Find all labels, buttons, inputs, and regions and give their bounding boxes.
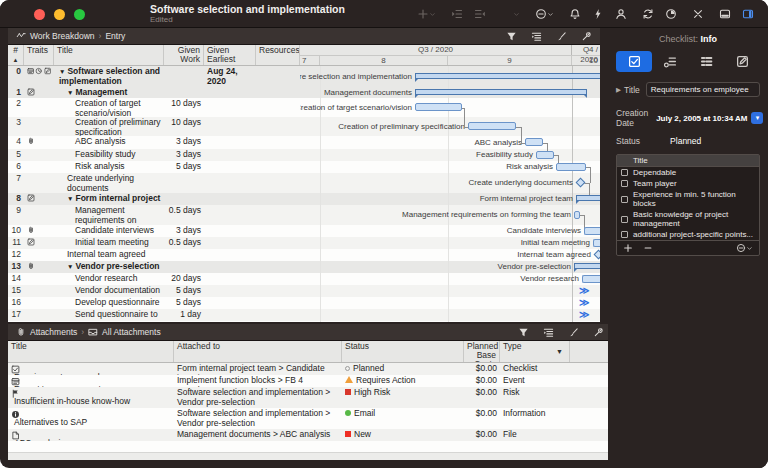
settings-button[interactable] xyxy=(593,327,604,338)
column-header-given-earliest-start[interactable]: Given Earliest Start xyxy=(204,45,256,65)
gantt-summary-bar[interactable] xyxy=(576,195,600,201)
events-button[interactable] xyxy=(592,8,604,20)
column-header-num[interactable]: #▲ xyxy=(8,45,24,65)
remove-group-button[interactable] xyxy=(535,8,554,20)
gantt-summary-bar[interactable] xyxy=(574,263,600,269)
remove-item-button[interactable] xyxy=(643,243,653,253)
attachment-attached-to: Software selection and implementation > … xyxy=(174,387,342,408)
collapse-triangle-icon[interactable]: ▼ xyxy=(67,195,73,202)
notifications-button[interactable] xyxy=(569,8,581,20)
action-menu-button[interactable] xyxy=(736,243,753,253)
checklist-item: Basic knowledge of project management xyxy=(617,209,759,229)
indent-button[interactable] xyxy=(451,8,463,20)
attachment-row[interactable]: Insufficient in-house know-howSoftware s… xyxy=(8,387,612,408)
filter-icon xyxy=(506,31,517,42)
collapse-triangle-icon[interactable]: ▼ xyxy=(67,89,73,96)
column-header-title[interactable]: Title xyxy=(8,341,174,362)
row-traits xyxy=(24,261,54,273)
checkbox-unchecked[interactable] xyxy=(621,231,628,238)
title-field-value[interactable]: Requirements on employee xyxy=(646,82,760,97)
checkbox-unchecked[interactable] xyxy=(621,216,628,223)
settings-button[interactable] xyxy=(581,31,592,42)
format-button[interactable] xyxy=(531,31,542,42)
row-given-work: 20 days xyxy=(164,273,204,285)
timeline-month-label: 10 xyxy=(572,56,600,65)
column-header-given-work[interactable]: Given Work xyxy=(164,45,204,65)
attachment-type: Risk xyxy=(500,387,570,408)
work-breakdown-view-icon xyxy=(16,31,26,41)
attachment-row[interactable]: Report to managementImplement function b… xyxy=(8,375,612,387)
bottom-scroll-strip[interactable] xyxy=(8,452,612,460)
add-icon xyxy=(623,243,633,253)
row-resources xyxy=(256,309,300,321)
column-header-attached-to[interactable]: Attached to xyxy=(174,341,342,362)
collapse-triangle-icon[interactable]: ▼ xyxy=(59,68,65,75)
gantt-bar[interactable] xyxy=(536,151,554,159)
panel-right-button[interactable] xyxy=(742,8,754,20)
activity-button[interactable] xyxy=(665,8,677,20)
gantt-summary-bar[interactable] xyxy=(415,89,587,95)
gantt-overflow-indicator[interactable]: ≫ xyxy=(579,298,589,308)
disclosure-triangle-icon[interactable]: ▶ xyxy=(616,86,621,94)
breadcrumb-attachments[interactable]: Attachments xyxy=(30,327,77,337)
paperclip-icon xyxy=(16,327,26,337)
gantt-milestone[interactable] xyxy=(594,249,600,259)
row-title: ▼Form internal project team xyxy=(54,193,164,205)
gantt-bar[interactable] xyxy=(582,275,600,283)
date-dropdown-button[interactable]: ▾ xyxy=(751,112,763,124)
column-header-traits[interactable]: Traits xyxy=(24,45,54,65)
column-header-type[interactable]: Type▼ xyxy=(500,341,570,362)
outdent-button[interactable] xyxy=(474,8,486,20)
resources-button[interactable] xyxy=(615,8,627,20)
chevron-down-icon xyxy=(746,245,753,252)
column-header-planned-base-costs[interactable]: PlannedBase Costs xyxy=(464,341,500,362)
inspector-tab-notes[interactable] xyxy=(724,51,760,72)
gantt-overflow-indicator[interactable]: ≫ xyxy=(579,286,589,296)
column-header-title[interactable]: Title xyxy=(54,45,164,65)
sync-button[interactable] xyxy=(642,8,654,20)
attachment-row[interactable]: ABC analysisManagement documents > ABC a… xyxy=(8,429,612,441)
inspector-tab-list[interactable] xyxy=(688,51,724,72)
filter-button[interactable] xyxy=(506,31,517,42)
filter-button[interactable] xyxy=(518,327,529,338)
style-button[interactable] xyxy=(568,327,579,338)
gantt-bar[interactable] xyxy=(525,138,543,146)
attachment-row[interactable]: Requirements on employeeForm internal pr… xyxy=(8,363,612,375)
zoom-window-button[interactable] xyxy=(74,9,85,20)
row-resources xyxy=(256,193,300,205)
cut-button[interactable] xyxy=(692,8,704,20)
gantt-overflow-indicator[interactable]: ≫ xyxy=(579,310,589,320)
attach-button[interactable] xyxy=(501,8,520,20)
collapse-triangle-icon[interactable]: ▼ xyxy=(67,263,73,270)
add-button[interactable] xyxy=(417,8,436,20)
breadcrumb-entry[interactable]: Entry xyxy=(105,31,125,41)
checkbox-unchecked[interactable] xyxy=(621,169,628,176)
toolbar xyxy=(417,0,754,28)
row-number: 16 xyxy=(8,297,24,309)
gantt-bar[interactable] xyxy=(584,227,600,235)
attachment-title: Requirements on employee xyxy=(8,363,174,375)
breadcrumb-work-breakdown[interactable]: Work Breakdown xyxy=(30,31,95,41)
gantt-bar[interactable] xyxy=(593,239,600,247)
column-header-resources[interactable]: Resources xyxy=(256,45,300,65)
checkbox-unchecked[interactable] xyxy=(621,196,628,203)
close-window-button[interactable] xyxy=(34,9,45,20)
add-item-button[interactable] xyxy=(623,243,633,253)
panel-bottom-button[interactable] xyxy=(719,8,731,20)
inspector-tab-costs[interactable] xyxy=(652,51,688,72)
gantt-summary-bar[interactable] xyxy=(415,73,600,79)
gantt-bar[interactable] xyxy=(468,122,516,130)
style-button[interactable] xyxy=(556,31,567,42)
gantt-milestone[interactable] xyxy=(576,177,586,187)
breadcrumb-all-attachments[interactable]: All Attachments xyxy=(102,327,161,337)
minimize-window-button[interactable] xyxy=(54,9,65,20)
row-number: 3 xyxy=(8,117,24,136)
gantt-bar[interactable] xyxy=(574,211,580,219)
attachment-row[interactable]: Alternatives to SAPSoftware selection an… xyxy=(8,408,612,429)
checkbox-unchecked[interactable] xyxy=(621,180,628,187)
gantt-bar[interactable] xyxy=(556,163,586,171)
inspector-tab-checklist[interactable] xyxy=(616,51,652,72)
format-button[interactable] xyxy=(543,327,554,338)
column-header-status[interactable]: Status xyxy=(342,341,464,362)
gantt-bar[interactable] xyxy=(415,103,462,111)
